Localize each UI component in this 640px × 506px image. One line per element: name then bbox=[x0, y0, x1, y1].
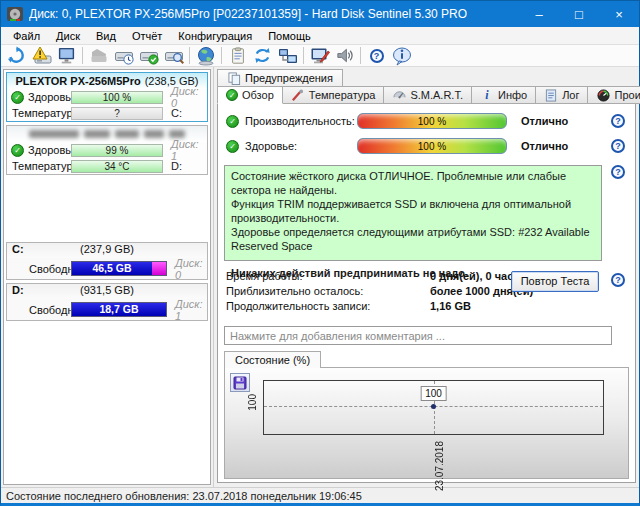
document-icon bbox=[544, 88, 558, 102]
performance-status: Отлично bbox=[521, 115, 568, 127]
app-icon bbox=[7, 6, 23, 22]
tab-smart-label: S.M.A.R.T. bbox=[410, 89, 463, 101]
sync-icon[interactable] bbox=[250, 45, 275, 66]
partition-panel-d[interactable]: D: (931,5 GB) Свободно 18,7 GB Диск: 1 bbox=[6, 283, 208, 321]
partition-d-size: (931,5 GB) bbox=[7, 284, 207, 296]
overview-panel: Производительность: 100 % Отлично Здоров… bbox=[217, 103, 636, 483]
comment-input[interactable] bbox=[224, 326, 612, 345]
pages-icon bbox=[227, 71, 241, 85]
minimize-button[interactable]: – bbox=[519, 1, 559, 27]
disk-panel-0[interactable]: PLEXTOR PX-256M5Pro (238,5 GB) Здоровье:… bbox=[6, 72, 208, 122]
info-icon[interactable] bbox=[389, 45, 414, 66]
disk-panel-1[interactable]: Здоровье: 99 % Диск: 1 Температура: 34 °… bbox=[6, 125, 208, 175]
performance-bar: 100 % bbox=[357, 113, 507, 129]
menu-file[interactable]: Файл bbox=[5, 27, 48, 44]
menu-report[interactable]: Отчёт bbox=[124, 27, 170, 44]
menu-disk[interactable]: Диск bbox=[48, 27, 88, 44]
disk-display-icon[interactable] bbox=[54, 45, 79, 66]
description-line: Состояние жёсткого диска ОТЛИЧНОЕ. Пробл… bbox=[231, 169, 595, 197]
stat-label: Время работы: bbox=[226, 270, 303, 282]
info-i-icon: i bbox=[480, 88, 494, 102]
disk-0-health-bar: 100 % bbox=[71, 91, 163, 104]
close-button[interactable]: × bbox=[599, 1, 639, 27]
disk-check-icon[interactable] bbox=[136, 45, 161, 66]
globe-disk-icon[interactable] bbox=[193, 45, 218, 66]
chart-tab-status[interactable]: Состояние (%) bbox=[224, 351, 321, 368]
partition-d-free-value: 18,7 GB bbox=[72, 303, 166, 316]
toolbar bbox=[1, 45, 639, 67]
tab-log[interactable]: Лог bbox=[536, 86, 588, 104]
check-icon bbox=[226, 89, 238, 101]
disk-1-letter: D: bbox=[171, 160, 182, 172]
partition-panel-c[interactable]: C: (237,9 GB) Свободно 46,5 GB Диск: 0 bbox=[6, 242, 208, 280]
chart-section: Состояние (%) 100 100 bbox=[224, 351, 629, 479]
toolbar-separator bbox=[82, 47, 83, 64]
tab-overview-label: Обзор bbox=[242, 89, 274, 101]
toolbar-separator bbox=[360, 47, 361, 64]
menu-help[interactable]: Помощь bbox=[260, 27, 319, 44]
description-line: Здоровье определяется следующими атрибут… bbox=[231, 225, 595, 253]
tab-warnings[interactable]: Предупреждения bbox=[217, 69, 343, 86]
toolbar-separator bbox=[189, 47, 190, 64]
check-icon bbox=[226, 115, 239, 128]
report-icon[interactable] bbox=[225, 45, 250, 66]
main-tabs: Обзор Температура S.M.A.R.T. i Инфо bbox=[217, 86, 636, 104]
help-icon[interactable] bbox=[611, 139, 625, 153]
disk-1-health-bar: 99 % bbox=[71, 144, 163, 157]
network-icon[interactable] bbox=[275, 45, 300, 66]
status-bar: Состояние последнего обновления: 23.07.2… bbox=[1, 487, 639, 503]
disk-search-icon[interactable] bbox=[161, 45, 186, 66]
toolbar-separator bbox=[221, 47, 222, 64]
stat-row: Продолжительность записи: 1,16 GB bbox=[224, 300, 629, 315]
health-value: 100 % bbox=[358, 139, 506, 153]
health-ok-icon bbox=[11, 91, 24, 104]
refresh-icon[interactable] bbox=[4, 45, 29, 66]
help-icon[interactable] bbox=[364, 45, 389, 66]
toolbar-separator bbox=[303, 47, 304, 64]
help-icon[interactable] bbox=[611, 273, 625, 287]
partition-c-size: (237,9 GB) bbox=[7, 243, 207, 255]
partition-c-free-bar: 46,5 GB bbox=[71, 261, 167, 276]
chart-point-label: 100 bbox=[420, 386, 447, 401]
sidebar: PLEXTOR PX-256M5Pro (238,5 GB) Здоровье:… bbox=[1, 67, 214, 487]
disk-list: PLEXTOR PX-256M5Pro (238,5 GB) Здоровье:… bbox=[3, 69, 211, 485]
chart-panel: 100 100 23.07.2018 bbox=[224, 367, 629, 479]
tab-smart[interactable]: S.M.A.R.T. bbox=[384, 86, 472, 104]
disk-1-temp-bar: 34 °C bbox=[71, 160, 163, 173]
help-icon[interactable] bbox=[611, 114, 625, 128]
disk-1-health-row: Здоровье: 99 % Диск: 1 bbox=[7, 142, 207, 158]
help-icon[interactable] bbox=[611, 165, 625, 179]
maximize-button[interactable]: □ bbox=[559, 1, 599, 27]
status-description-box: Состояние жёсткого диска ОТЛИЧНОЕ. Пробл… bbox=[224, 165, 602, 261]
remote-desktop-icon[interactable] bbox=[307, 45, 332, 66]
menu-configuration[interactable]: Конфигурация bbox=[170, 27, 260, 44]
retest-button[interactable]: Повтор Теста bbox=[511, 271, 599, 292]
description-line: Функция TRIM поддерживается SSD и включе… bbox=[231, 197, 595, 225]
partition-c-free-row: Свободно 46,5 GB Диск: 0 bbox=[7, 258, 207, 279]
disk-1-temp-row: Температура: 34 °C D: bbox=[7, 158, 207, 174]
disk-clock-icon[interactable] bbox=[111, 45, 136, 66]
stat-value: 1,16 GB bbox=[430, 300, 471, 312]
disk-warning-icon[interactable] bbox=[29, 45, 54, 66]
save-chart-button[interactable] bbox=[230, 373, 250, 392]
partition-c-bar-tip bbox=[152, 262, 166, 275]
chart-y-tick: 100 bbox=[247, 394, 258, 411]
tab-info-label: Инфо bbox=[498, 89, 527, 101]
tab-overview[interactable]: Обзор bbox=[217, 86, 283, 104]
status-text: Состояние последнего обновления: 23.07.2… bbox=[6, 490, 362, 502]
chart-plot: 100 bbox=[263, 380, 604, 435]
speaker-icon[interactable] bbox=[332, 45, 357, 66]
chart-x-tick-wrap: 23.07.2018 bbox=[434, 441, 445, 493]
disk-0-letter: C: bbox=[171, 107, 182, 119]
tab-temperature[interactable]: Температура bbox=[283, 86, 385, 104]
performance-value: 100 % bbox=[358, 114, 506, 128]
disk-0-health-row: Здоровье: 100 % Диск: 0 bbox=[7, 89, 207, 105]
performance-row: Производительность: 100 % Отлично bbox=[224, 110, 629, 132]
tab-performance[interactable]: Производительность bbox=[588, 86, 640, 104]
main-area: PLEXTOR PX-256M5Pro (238,5 GB) Здоровье:… bbox=[1, 67, 639, 487]
chart-x-tick: 23.07.2018 bbox=[434, 441, 445, 491]
menu-view[interactable]: Вид bbox=[88, 27, 124, 44]
health-bar: 100 % bbox=[357, 138, 507, 154]
tab-info[interactable]: i Инфо bbox=[472, 86, 536, 104]
check-icon bbox=[226, 140, 239, 153]
